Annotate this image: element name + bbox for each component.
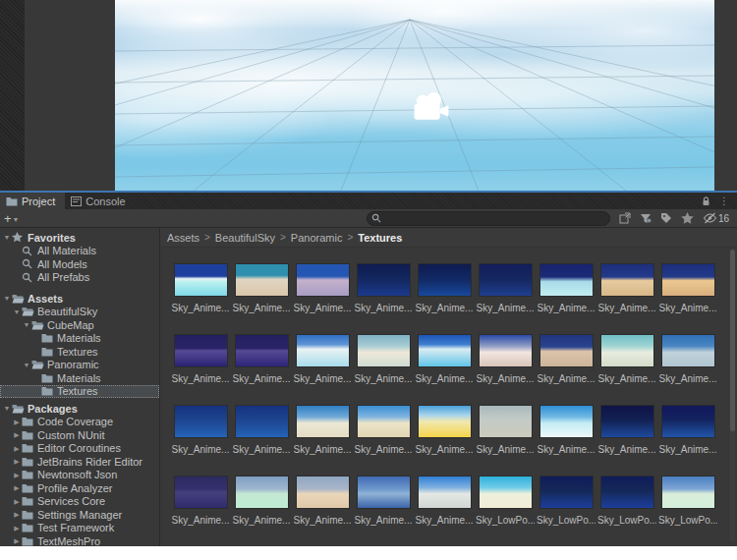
asset-label: Sky_Anime... bbox=[538, 444, 595, 455]
tree-item-all-materials[interactable]: All Materials bbox=[0, 245, 159, 258]
asset-item-33[interactable]: Sky_LowPo... bbox=[536, 476, 596, 526]
folder-icon bbox=[22, 443, 36, 453]
asset-item-25[interactable]: Sky_Anime... bbox=[596, 405, 657, 455]
asset-thumbnail bbox=[661, 263, 715, 297]
asset-item-27[interactable]: Sky_Anime... bbox=[170, 476, 231, 526]
add-asset-button[interactable]: + ▼ bbox=[4, 212, 20, 225]
asset-item-10[interactable]: Sky_Anime... bbox=[231, 334, 292, 384]
asset-item-22[interactable]: Sky_Anime... bbox=[414, 405, 475, 455]
asset-item-15[interactable]: Sky_Anime... bbox=[536, 334, 596, 384]
expand-arrow-icon[interactable]: ▼ bbox=[2, 405, 12, 412]
asset-item-32[interactable]: Sky_LowPo... bbox=[475, 476, 536, 526]
asset-item-29[interactable]: Sky_Anime... bbox=[292, 476, 353, 526]
asset-item-4[interactable]: Sky_Anime... bbox=[414, 263, 475, 313]
tree-item-textmeshpro[interactable]: ▶TextMeshPro bbox=[0, 534, 159, 546]
hidden-packages-toggle[interactable]: 16 bbox=[703, 212, 729, 224]
tree-item-profile-analyzer[interactable]: ▶Profile Analyzer bbox=[0, 481, 159, 495]
asset-item-19[interactable]: Sky_Anime... bbox=[231, 405, 292, 455]
tree-item-jetbrains-rider-editor[interactable]: ▶JetBrains Rider Editor bbox=[0, 455, 159, 469]
tree-item-assets[interactable]: ▼Assets bbox=[0, 292, 159, 306]
breadcrumb-segment-assets[interactable]: Assets bbox=[167, 232, 199, 244]
project-body: ▼FavoritesAll MaterialsAll ModelsAll Pre… bbox=[0, 228, 737, 546]
asset-item-30[interactable]: Sky_Anime... bbox=[353, 476, 414, 526]
tree-item-label: CubeMap bbox=[46, 319, 94, 331]
tree-item-beautifulsky[interactable]: ▼BeautifulSky bbox=[0, 306, 159, 319]
tree-item-textures[interactable]: Textures bbox=[0, 385, 159, 399]
collapse-arrow-icon[interactable]: ▶ bbox=[12, 525, 22, 532]
breadcrumb-segment-beautifulsky[interactable]: BeautifulSky bbox=[215, 232, 275, 244]
asset-item-21[interactable]: Sky_Anime... bbox=[353, 405, 414, 455]
tree-item-all-prefabs[interactable]: All Prefabs bbox=[0, 271, 159, 285]
collapse-arrow-icon[interactable]: ▶ bbox=[12, 419, 22, 425]
asset-item-18[interactable]: Sky_Anime... bbox=[170, 405, 231, 455]
asset-item-1[interactable]: Sky_Anime... bbox=[231, 263, 292, 313]
collapse-arrow-icon[interactable]: ▶ bbox=[12, 458, 22, 465]
asset-item-12[interactable]: Sky_Anime... bbox=[353, 334, 414, 384]
asset-item-31[interactable]: Sky_Anime... bbox=[414, 476, 475, 526]
asset-item-23[interactable]: Sky_Anime... bbox=[475, 405, 536, 455]
asset-item-5[interactable]: Sky_Anime... bbox=[475, 263, 536, 313]
asset-item-11[interactable]: Sky_Anime... bbox=[292, 334, 353, 384]
collapse-arrow-icon[interactable]: ▶ bbox=[12, 431, 22, 438]
search-input[interactable] bbox=[381, 213, 605, 224]
tree-item-newtonsoft-json[interactable]: ▶Newtonsoft Json bbox=[0, 469, 159, 482]
content-scrollbar[interactable] bbox=[730, 250, 735, 542]
collapse-arrow-icon[interactable]: ▶ bbox=[12, 472, 22, 478]
collapse-arrow-icon[interactable]: ▶ bbox=[12, 511, 22, 518]
asset-item-20[interactable]: Sky_Anime... bbox=[292, 405, 353, 455]
tree-item-materials[interactable]: Materials bbox=[0, 371, 159, 385]
tree-item-custom-nunit[interactable]: ▶Custom NUnit bbox=[0, 428, 159, 442]
asset-item-3[interactable]: Sky_Anime... bbox=[353, 263, 414, 313]
kebab-menu-icon[interactable]: ⋮ bbox=[719, 196, 729, 206]
tree-item-services-core[interactable]: ▶Services Core bbox=[0, 495, 159, 509]
tab-project[interactable]: Project bbox=[0, 193, 65, 209]
asset-item-13[interactable]: Sky_Anime... bbox=[414, 334, 475, 384]
tree-item-editor-coroutines[interactable]: ▶Editor Coroutines bbox=[0, 442, 159, 456]
tree-item-materials[interactable]: Materials bbox=[0, 332, 159, 346]
tree-item-cubemap[interactable]: ▼CubeMap bbox=[0, 318, 159, 332]
expand-arrow-icon[interactable]: ▼ bbox=[12, 308, 22, 315]
tree-item-code-coverage[interactable]: ▶Code Coverage bbox=[0, 416, 159, 429]
tree-item-favorites[interactable]: ▼Favorites bbox=[0, 231, 159, 245]
collapse-arrow-icon[interactable]: ▶ bbox=[12, 537, 22, 544]
tree-item-packages[interactable]: ▼Packages bbox=[0, 402, 159, 416]
open-search-window-icon[interactable] bbox=[619, 212, 631, 224]
asset-item-17[interactable]: Sky_Anime... bbox=[657, 334, 718, 384]
expand-arrow-icon[interactable]: ▼ bbox=[22, 362, 31, 368]
tab-console[interactable]: Console bbox=[65, 193, 135, 209]
expand-arrow-icon[interactable]: ▼ bbox=[2, 234, 12, 241]
asset-item-24[interactable]: Sky_Anime... bbox=[536, 405, 596, 455]
asset-item-9[interactable]: Sky_Anime... bbox=[170, 334, 231, 384]
asset-item-8[interactable]: Sky_Anime... bbox=[657, 263, 718, 313]
asset-item-0[interactable]: Sky_Anime... bbox=[170, 263, 231, 313]
asset-item-16[interactable]: Sky_Anime... bbox=[596, 334, 657, 384]
asset-item-34[interactable]: Sky_LowPo... bbox=[596, 476, 657, 526]
tree-item-textures[interactable]: Textures bbox=[0, 345, 159, 359]
folder-icon bbox=[22, 417, 36, 426]
scrollbar-thumb[interactable] bbox=[730, 250, 735, 431]
asset-item-28[interactable]: Sky_Anime... bbox=[231, 476, 292, 526]
tree-item-settings-manager[interactable]: ▶Settings Manager bbox=[0, 508, 159, 522]
asset-item-7[interactable]: Sky_Anime... bbox=[596, 263, 657, 313]
search-field[interactable] bbox=[367, 211, 610, 226]
camera-gizmo-icon[interactable] bbox=[410, 92, 453, 124]
scene-view[interactable] bbox=[115, 0, 714, 191]
search-by-type-icon[interactable] bbox=[640, 212, 652, 224]
tree-item-test-framework[interactable]: ▶Test Framework bbox=[0, 522, 159, 535]
asset-item-14[interactable]: Sky_Anime... bbox=[475, 334, 536, 384]
asset-item-6[interactable]: Sky_Anime... bbox=[536, 263, 596, 313]
tree-item-all-models[interactable]: All Models bbox=[0, 257, 159, 271]
asset-item-35[interactable]: Sky_LowPo... bbox=[657, 476, 718, 526]
lock-icon[interactable] bbox=[702, 193, 710, 210]
expand-arrow-icon[interactable]: ▼ bbox=[2, 295, 12, 302]
asset-item-26[interactable]: Sky_Anime... bbox=[657, 405, 718, 455]
collapse-arrow-icon[interactable]: ▶ bbox=[12, 445, 22, 452]
collapse-arrow-icon[interactable]: ▶ bbox=[12, 498, 22, 505]
asset-item-2[interactable]: Sky_Anime... bbox=[292, 263, 353, 313]
save-search-icon[interactable] bbox=[681, 212, 694, 224]
collapse-arrow-icon[interactable]: ▶ bbox=[12, 484, 22, 491]
breadcrumb-segment-panoramic[interactable]: Panoramic bbox=[291, 232, 343, 244]
tree-item-panoramic[interactable]: ▼Panoramic bbox=[0, 359, 159, 372]
expand-arrow-icon[interactable]: ▼ bbox=[22, 321, 31, 328]
search-by-label-icon[interactable] bbox=[660, 212, 672, 224]
